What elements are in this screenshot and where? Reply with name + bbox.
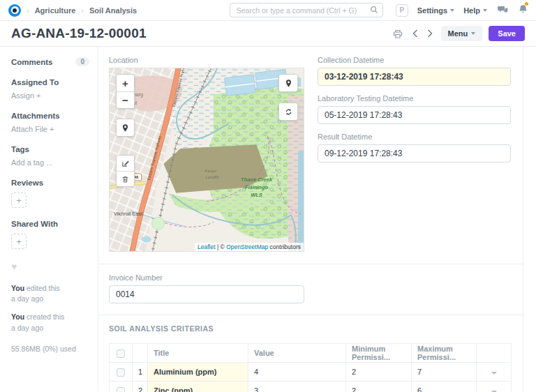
grid-header-title: Title [148, 344, 248, 363]
chevron-down-icon [483, 9, 487, 12]
breadcrumb-agriculture[interactable]: Agriculture [35, 6, 76, 15]
row-expand-button[interactable] [477, 382, 512, 392]
map-label-sanctuary: Thane Creek [241, 176, 273, 183]
search-input[interactable] [230, 3, 383, 17]
page-header: AG-ANA-19-12-00001 Menu Save [0, 21, 536, 47]
chevron-down-icon [491, 372, 497, 375]
laboratory-testing-datetime-label: Laboratory Testing Datetime [318, 94, 511, 103]
form-sidebar: Comments 0 Assigned To Assign + Attachme… [0, 47, 98, 391]
like-heart-icon[interactable]: ♥ [11, 261, 89, 272]
cell-max[interactable]: 6 [412, 382, 477, 392]
osm-link[interactable]: OpenStreetMap [226, 243, 268, 250]
activity-action: edited this [27, 284, 60, 292]
add-marker-pin-icon[interactable] [279, 75, 297, 91]
comments-toggle[interactable]: Comments 0 [11, 57, 89, 66]
laboratory-testing-datetime-input[interactable] [318, 106, 511, 124]
refresh-control [278, 103, 298, 121]
result-datetime-label: Result Datetime [318, 133, 511, 141]
leaflet-link[interactable]: Leaflet [198, 243, 216, 250]
chat-icon[interactable] [496, 4, 509, 16]
previous-document-icon[interactable] [410, 28, 419, 39]
comments-count-badge: 0 [75, 57, 89, 66]
next-document-icon[interactable] [426, 28, 435, 39]
attach-file-button[interactable]: Attach File + [11, 125, 89, 133]
map-label-suburb: Vikhroli East [114, 211, 143, 217]
collection-datetime-label: Collection Datetime [318, 56, 511, 64]
grid-header-index [133, 344, 148, 363]
activity-time: a day ago [11, 294, 43, 303]
edit-shape-icon[interactable] [117, 156, 134, 171]
global-search [230, 3, 383, 17]
save-button[interactable]: Save [489, 26, 525, 41]
menu-button-label: Menu [448, 29, 468, 38]
assigned-to-label: Assigned To [11, 78, 89, 86]
add-review-button[interactable]: + [11, 193, 27, 208]
assign-button[interactable]: Assign + [11, 91, 89, 100]
marker-control [278, 74, 298, 92]
locate-pin-icon[interactable] [117, 119, 134, 136]
app-logo-icon[interactable] [8, 4, 21, 17]
help-menu[interactable]: Help [463, 6, 487, 15]
cell-value[interactable]: 4 [248, 363, 346, 382]
comments-label: Comments [11, 58, 52, 66]
refresh-map-icon[interactable] [279, 103, 297, 120]
settings-menu[interactable]: Settings [417, 6, 454, 15]
map-label-landfill: Landfill [206, 175, 219, 179]
zoom-out-button[interactable]: − [117, 91, 134, 108]
activity-user: You [11, 312, 24, 321]
cell-min[interactable]: 2 [346, 382, 412, 392]
section-invoice: Invoice Number [98, 264, 523, 315]
activity-edited: You edited this a day ago [11, 283, 89, 304]
row-expand-button[interactable] [477, 363, 512, 382]
result-datetime-input[interactable] [318, 144, 511, 163]
storage-usage: 55.86MB (0%) used [11, 345, 89, 353]
breadcrumb-soil-analysis[interactable]: Soil Analysis [89, 6, 137, 15]
settings-label: Settings [417, 6, 447, 15]
row-checkbox[interactable] [117, 368, 125, 377]
map-attribution: Leaflet | © OpenStreetMap contributors [195, 243, 304, 251]
add-share-button[interactable]: + [11, 234, 27, 249]
menu-button[interactable]: Menu [441, 26, 483, 41]
map-tiles: NH48 urmarg ast Eastern Express Highway … [110, 68, 304, 251]
cell-title[interactable]: Aluminium (ppm) [148, 363, 248, 382]
map-label-landfill: Kanjur [204, 169, 217, 173]
grid-header-min: Minimum Permissi... [346, 344, 412, 363]
breadcrumb-separator-icon: › [27, 6, 29, 15]
draw-controls [116, 155, 135, 187]
activity-time: a day ago [11, 324, 43, 332]
search-icon [370, 6, 378, 14]
cell-max[interactable]: 7 [412, 363, 477, 382]
collection-datetime-input[interactable] [318, 68, 511, 86]
attribution-copyright: © [221, 243, 225, 250]
location-map[interactable]: NH48 urmarg ast Eastern Express Highway … [109, 68, 304, 252]
add-tag-input[interactable]: Add a tag ... [11, 158, 89, 167]
zoom-in-button[interactable]: + [117, 75, 134, 91]
shared-with-label: Shared With [11, 220, 89, 228]
cell-min[interactable]: 2 [346, 363, 412, 382]
print-icon[interactable] [392, 28, 404, 40]
cell-value[interactable]: 3 [248, 382, 346, 392]
notifications-bell-icon[interactable] [519, 4, 528, 17]
attribution-contributors: contributors [270, 243, 301, 250]
reviews-label: Reviews [11, 179, 89, 187]
grid-header-value: Value [248, 344, 346, 363]
invoice-number-label: Invoice Number [109, 273, 512, 282]
page-gutter [523, 47, 536, 391]
map-label-sanctuary: Flamingo [245, 184, 269, 190]
map-label-sanctuary: WLS [251, 192, 262, 198]
attachments-label: Attachments [11, 112, 89, 120]
grid-header-max: Maximum Permissi... [412, 344, 477, 363]
delete-shape-icon[interactable] [117, 171, 134, 186]
criteria-section-title: SOIL ANALYSIS CRITERIAS [109, 324, 512, 333]
invoice-number-input[interactable] [109, 285, 304, 303]
cell-title[interactable]: Zinc (ppm) [148, 382, 248, 392]
select-all-checkbox[interactable] [117, 349, 125, 358]
tags-label: Tags [11, 145, 89, 153]
attribution-divider: | [217, 243, 218, 250]
locate-control [116, 119, 135, 137]
table-row: 2 Zinc (ppm) 3 2 6 [110, 382, 512, 392]
row-checkbox[interactable] [117, 387, 125, 392]
criteria-grid: Title Value Minimum Permissi... Maximum … [109, 343, 512, 392]
grid-header-actions [477, 344, 512, 363]
user-avatar[interactable]: P [396, 4, 408, 17]
